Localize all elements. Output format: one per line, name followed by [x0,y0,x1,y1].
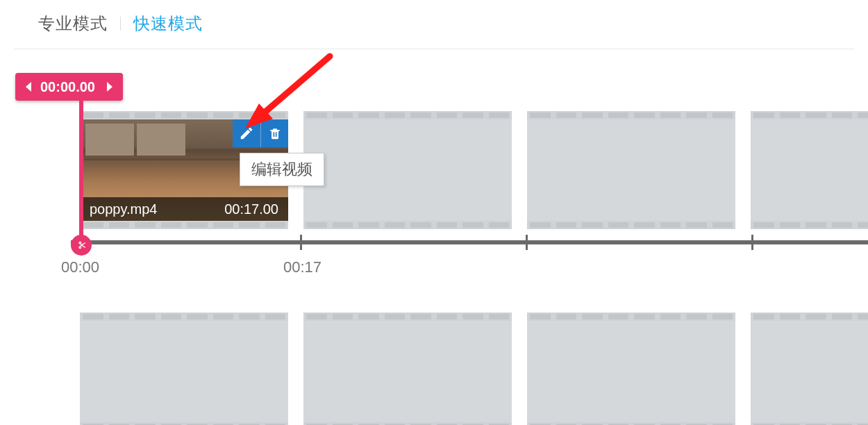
tab-pro-mode[interactable]: 专业模式 [38,12,108,35]
clip-placeholder[interactable] [527,312,735,425]
timeline-track-1: poppy.mp4 00:17.00 [80,111,868,229]
clip-action-buttons [233,119,288,147]
clip-placeholder[interactable] [751,312,868,425]
ruler-tick [751,235,753,250]
playhead-time: 00:00.00 [39,79,99,95]
clip-footer: poppy.mp4 00:17.00 [80,197,288,221]
prev-frame-icon[interactable] [18,73,39,101]
filmstrip-bottom [80,221,288,229]
filmstrip-top [80,111,288,119]
scissors-icon[interactable] [71,235,92,256]
ruler-label-end: 00:17 [283,258,322,276]
tooltip-edit-video: 编辑视频 [240,153,324,186]
playhead-line[interactable] [79,101,83,237]
ruler-label-start: 00:00 [61,258,99,276]
clip-placeholder[interactable] [751,111,868,229]
delete-clip-button[interactable] [260,119,288,147]
clip-filename: poppy.mp4 [90,201,157,217]
clip-placeholder[interactable] [303,312,512,425]
clip-duration: 00:17.00 [224,201,278,217]
ruler-tick [526,235,528,250]
playhead-indicator[interactable]: 00:00.00 [15,73,123,101]
trash-icon [268,126,282,141]
clip-placeholder[interactable] [527,111,735,229]
next-frame-icon[interactable] [99,73,120,101]
clip-placeholder[interactable] [303,111,512,229]
timeline-track-2 [80,312,868,425]
edit-clip-button[interactable] [233,119,260,147]
clip-placeholder[interactable] [80,312,288,425]
ruler-tick [300,235,302,250]
tab-quick-mode[interactable]: 快速模式 [133,12,203,35]
timeline-ruler[interactable] [71,240,868,244]
header-divider [14,49,854,49]
mode-tabs: 专业模式 快速模式 [38,12,203,35]
mode-separator [120,17,121,31]
editor-root: 专业模式 快速模式 00:00.00 [0,0,868,425]
pencil-icon [239,126,254,141]
